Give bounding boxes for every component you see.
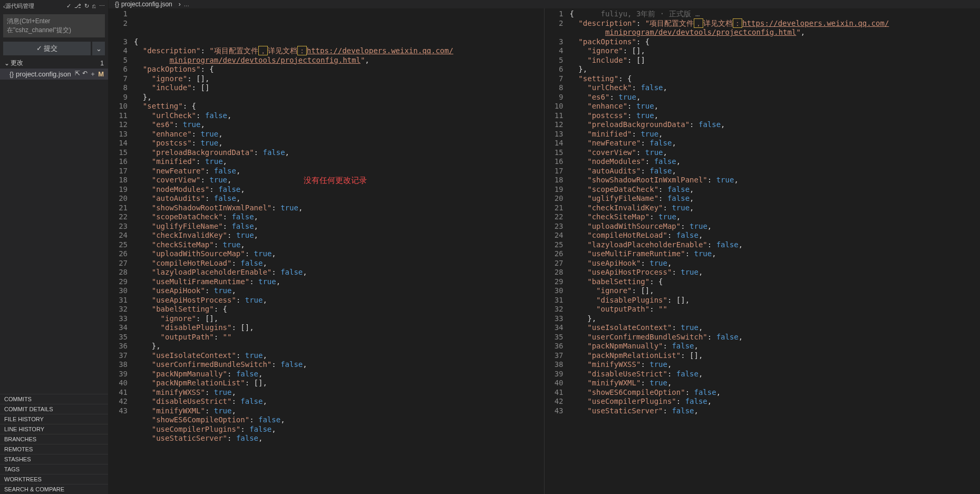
- modified-badge: M: [98, 70, 104, 78]
- gitlens-panels: COMMITSCOMMIT DETAILSFILE HISTORYLINE HI…: [0, 394, 108, 494]
- panel-item[interactable]: SEARCH & COMPARE: [0, 484, 108, 494]
- panel-item[interactable]: TAGS: [0, 464, 108, 474]
- code-left[interactable]: 没有任何更改记录 { "description": "项目配置文件，详见文档：h…: [134, 8, 537, 494]
- panel-item[interactable]: STASHES: [0, 454, 108, 464]
- line-gutter-right: 1234567891011121314151617181920212223242…: [545, 8, 570, 494]
- editor-area: {} project.config.json › ... 12345678910…: [109, 0, 980, 494]
- commit-dropdown[interactable]: ⌄: [92, 42, 105, 55]
- refresh-icon[interactable]: ↻: [84, 3, 89, 9]
- tree-icon[interactable]: ⎇: [74, 3, 81, 9]
- panel-item[interactable]: LINE HISTORY: [0, 424, 108, 434]
- panel-item[interactable]: REMOTES: [0, 444, 108, 454]
- changes-count: 1: [100, 60, 104, 67]
- panel-item[interactable]: BRANCHES: [0, 434, 108, 444]
- discard-icon[interactable]: ↶: [82, 70, 88, 79]
- scm-sidebar: ‹ 源代码管理 ✓ ⎇ ↻ ⎌ ⋯ 消息(Ctrl+Enter 在"cshz_c…: [0, 0, 109, 494]
- diff-view: 1234567891011121314151617181920212223242…: [109, 8, 980, 494]
- more-icon[interactable]: ⋯: [99, 3, 105, 9]
- scm-action-icons: ✓ ⎇ ↻ ⎌ ⋯: [66, 3, 105, 9]
- changes-section[interactable]: ⌄ 更改 1: [0, 57, 108, 69]
- changed-file-row[interactable]: {} project.config.json ⇱ ↶ ＋ M: [0, 69, 108, 80]
- stage-icon[interactable]: ＋: [90, 70, 96, 79]
- scrollbar-right[interactable]: [973, 8, 980, 494]
- diff-left-pane[interactable]: 1234567891011121314151617181920212223242…: [109, 8, 545, 494]
- open-file-icon[interactable]: ⇱: [75, 70, 80, 79]
- panel-item[interactable]: COMMITS: [0, 394, 108, 404]
- scm-header: ‹ 源代码管理 ✓ ⎇ ↻ ⎌ ⋯: [0, 0, 108, 12]
- line-gutter-left: 1234567891011121314151617181920212223242…: [109, 8, 134, 494]
- json-file-icon: {}: [9, 71, 14, 78]
- scm-title: 源代码管理: [5, 2, 66, 10]
- diff-right-pane[interactable]: 1234567891011121314151617181920212223242…: [545, 8, 981, 494]
- changes-label: 更改: [11, 59, 100, 67]
- file-name: project.config.json: [16, 70, 75, 78]
- commit-message-input[interactable]: 消息(Ctrl+Enter 在"cshz_channel"提交): [3, 14, 105, 37]
- breadcrumb-more: ...: [184, 1, 189, 8]
- tab-project-config[interactable]: {} project.config.json: [112, 1, 176, 8]
- panel-item[interactable]: COMMIT DETAILS: [0, 404, 108, 414]
- check-icon[interactable]: ✓: [66, 3, 71, 9]
- commit-button[interactable]: ✓ 提交: [3, 42, 91, 55]
- tab-label: project.config.json: [121, 1, 172, 8]
- panel-item[interactable]: WORKTREES: [0, 474, 108, 484]
- json-file-icon: {}: [115, 1, 119, 8]
- chevron-down-icon: ⌄: [4, 60, 11, 67]
- commit-graph-icon[interactable]: ⎌: [92, 3, 96, 9]
- breadcrumb-separator: ›: [179, 1, 181, 8]
- scrollbar-left[interactable]: [537, 8, 544, 494]
- code-right[interactable]: { fuliyu, 3年前 · 正式版 … "description": "项目…: [570, 8, 973, 494]
- panel-item[interactable]: FILE HISTORY: [0, 414, 108, 424]
- tab-bar: {} project.config.json › ...: [109, 0, 980, 8]
